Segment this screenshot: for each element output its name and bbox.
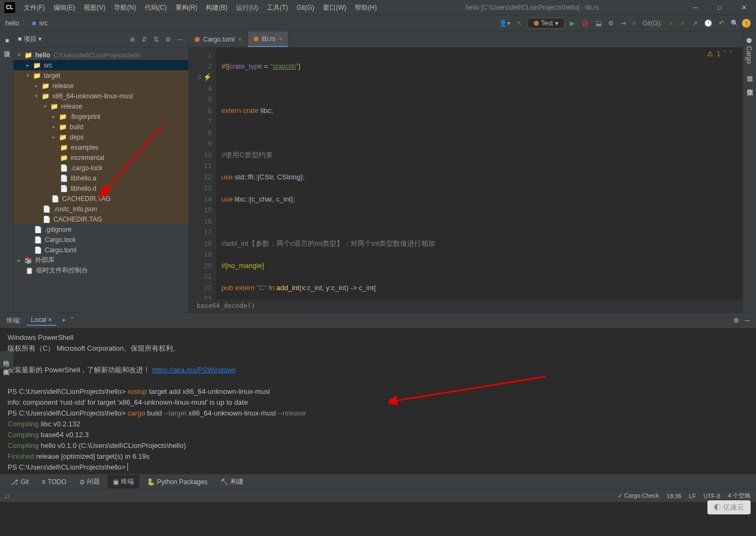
tree-examples[interactable]: 📁examples [14, 142, 188, 152]
editor-inspection[interactable]: ⚠1ˆˇ [707, 50, 732, 58]
stop-button[interactable]: ■ [629, 19, 639, 27]
user-icon[interactable]: 👤▾ [496, 19, 514, 27]
run-config-dropdown[interactable]: ⬢Test▾ [528, 18, 564, 29]
tree-external[interactable]: ▸📚外部库 [14, 255, 188, 265]
structure-tool-tab[interactable]: 结构 [0, 351, 12, 360]
collapse-icon[interactable]: ⇅ [152, 36, 160, 43]
project-sidebar: ■ 项目 ▾ ⊕ ⇵ ⇅ ⚙ ─ ▾📁helloC:\Users\dell\CL… [14, 31, 189, 312]
breadcrumb-root[interactable]: hello [5, 19, 19, 27]
close-icon[interactable]: × [279, 35, 282, 43]
bookmarks-tool-tab[interactable]: 收藏夹 [0, 360, 12, 368]
vcs-update-icon[interactable]: ✓ [665, 19, 677, 27]
terminal-panel: 终端: Local × + ˇ ⚙ ─ Windows PowerShell 版… [0, 312, 756, 474]
menu-edit[interactable]: 编辑(E) [49, 0, 79, 15]
menu-view[interactable]: 视图(V) [79, 0, 110, 15]
terminal-hide-icon[interactable]: ─ [745, 317, 750, 324]
coverage-icon[interactable]: ⬓ [592, 19, 605, 27]
tree-incremental[interactable]: 📁incremental [14, 152, 188, 163]
menu-build[interactable]: 构建(B) [201, 0, 232, 15]
tree-musl[interactable]: ▾📁x86_64-unknown-linux-musl [14, 91, 188, 101]
powershell-link[interactable]: https://aka.ms/PSWindows [152, 366, 236, 374]
tab-build[interactable]: 🔨 构建 [215, 475, 249, 488]
vcs-rollback-icon[interactable]: ↶ [716, 19, 727, 27]
expand-icon[interactable]: ⇵ [140, 36, 148, 43]
titlebar: CL 文件(F) 编辑(E) 视图(V) 导航(N) 代码(C) 重构(R) 构… [0, 0, 756, 15]
bottom-tool-tabs: ⎇ Git ≡ TODO ⊘ 问题 ▣ 终端 🐍 Python Packages… [0, 474, 756, 489]
cargo-tool-tab[interactable]: ⬢ Cargo [743, 31, 755, 69]
menu-code[interactable]: 代码(C) [140, 0, 171, 15]
tree-libhello-a[interactable]: 📄libhello.a [14, 173, 188, 183]
tab-python[interactable]: 🐍 Python Packages [141, 476, 213, 488]
terminal-dropdown[interactable]: ˇ [71, 317, 73, 324]
project-tree[interactable]: ▾📁helloC:\Users\dell\CLionProjects\hello… [14, 48, 188, 312]
tree-project-root[interactable]: ▾📁helloC:\Users\dell\CLionProjects\hello [14, 50, 188, 60]
tree-libhello-d[interactable]: 📄libhello.d [14, 183, 188, 193]
ide-update-icon[interactable]: ↑ [742, 19, 751, 28]
tab-terminal[interactable]: ▣ 终端 [107, 475, 139, 488]
minimize-button[interactable]: ─ [683, 0, 707, 15]
attach-icon[interactable]: ⇥ [617, 19, 629, 27]
navigation-bar: hello 〉 ■ src 👤▾ ↖ ⬢Test▾ ▶ 🐞 ⬓ ⚙ ⇥ ■ Gi… [0, 15, 756, 31]
status-cargo-check[interactable]: ✓ Cargo Check [618, 492, 659, 499]
menu-tools[interactable]: 工具(T) [262, 0, 292, 15]
tab-problems[interactable]: ⊘ 问题 [74, 475, 105, 488]
menu-file[interactable]: 文件(F) [19, 0, 49, 15]
vcs-history-icon[interactable]: 🕐 [701, 19, 716, 27]
menu-navigate[interactable]: 导航(N) [110, 0, 140, 15]
tree-release[interactable]: ▸📁release [14, 81, 188, 91]
back-icon[interactable]: ↖ [514, 19, 525, 27]
breadcrumb-src[interactable]: src [39, 19, 48, 27]
status-encoding[interactable]: UTF-8 [704, 493, 720, 499]
tree-src[interactable]: ▸📁src [14, 60, 188, 70]
status-line-sep[interactable]: LF [689, 493, 696, 499]
close-button[interactable]: ✕ [732, 0, 756, 15]
maximize-button[interactable]: □ [707, 0, 732, 15]
menu-run[interactable]: 运行(U) [232, 0, 262, 15]
tree-cachedir1[interactable]: 📄CACHEDIR.TAG [14, 193, 188, 204]
close-icon[interactable]: × [238, 36, 242, 43]
tree-deps[interactable]: ▸📁deps [14, 132, 188, 142]
editor-breadcrumb[interactable]: base64_decode() [189, 299, 742, 312]
terminal-settings-icon[interactable]: ⚙ [733, 317, 739, 324]
tab-git[interactable]: ⎇ Git [5, 476, 34, 488]
tree-cachedir2[interactable]: 📄CACHEDIR.TAG [14, 214, 188, 224]
status-tool-windows-icon[interactable]: □ [5, 493, 9, 499]
menu-refactor[interactable]: 重构(R) [171, 0, 202, 15]
tab-cargo-toml[interactable]: ⬢Cargo.toml× [189, 31, 248, 47]
project-tool-tab[interactable]: ■ 项目 [0, 31, 14, 51]
tree-build[interactable]: ▸📁build [14, 122, 188, 132]
vcs-push-icon[interactable]: ↗ [689, 19, 701, 27]
app-logo: CL [4, 2, 15, 13]
code-editor[interactable]: 123 ⚡4567891011121314151617181920212223 … [189, 48, 742, 299]
tree-cargo-lock[interactable]: 📄Cargo.lock [14, 234, 188, 245]
sidebar-title: ■ 项目 ▾ [18, 35, 42, 44]
terminal-add-tab[interactable]: + [62, 317, 65, 324]
terminal-label: 终端: [6, 316, 21, 325]
code-content[interactable]: #![crate_type = "staticlib"] extern crat… [216, 48, 742, 299]
run-button[interactable]: ▶ [566, 19, 578, 27]
menu-help[interactable]: 帮助(H) [350, 0, 381, 15]
tree-rustc-info[interactable]: 📄.rustc_info.json [14, 204, 188, 214]
tab-todo[interactable]: ≡ TODO [36, 476, 71, 488]
debug-button[interactable]: 🐞 [578, 19, 592, 27]
menu-window[interactable]: 窗口(W) [319, 0, 350, 15]
vcs-commit-icon[interactable]: ✓ [677, 19, 689, 27]
search-icon[interactable]: 🔍 [727, 19, 742, 27]
gear-icon[interactable]: ⚙ [164, 36, 173, 43]
tab-lib-rs[interactable]: ⬢lib.rs× [248, 31, 288, 47]
locate-icon[interactable]: ⊕ [128, 36, 137, 43]
hide-icon[interactable]: ─ [176, 36, 184, 43]
menu-git[interactable]: Git(G) [292, 0, 319, 15]
profile-icon[interactable]: ⚙ [605, 19, 617, 27]
status-indent[interactable]: 4 个空格 [728, 492, 751, 500]
tree-scratch[interactable]: 📋临时文件和控制台 [14, 265, 188, 276]
tree-fingerprint[interactable]: ▸📁.fingerprint [14, 111, 188, 122]
tree-target[interactable]: ▾📁target [14, 70, 188, 81]
terminal-tab-local[interactable]: Local × [26, 315, 56, 326]
tree-cargo-lock-file[interactable]: 📄.cargo-lock [14, 163, 188, 173]
terminal-output[interactable]: Windows PowerShell 版权所有（C） Microsoft Cor… [0, 328, 756, 474]
tree-cargo-toml[interactable]: 📄Cargo.toml [14, 245, 188, 255]
tree-musl-release[interactable]: ▾📁release [14, 101, 188, 111]
tree-gitignore[interactable]: 📄.gitignore [14, 224, 188, 234]
database-tool-tab[interactable]: ▦ 数据库 [743, 69, 756, 89]
